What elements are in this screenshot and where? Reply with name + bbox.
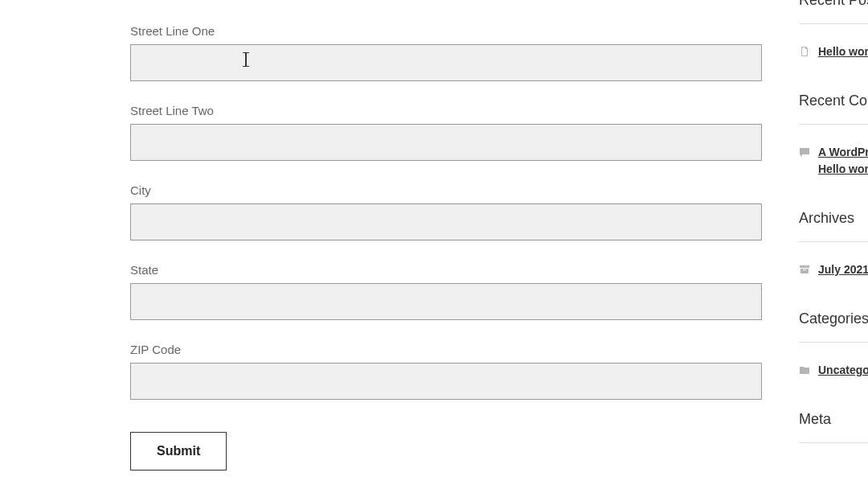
street-line-two-field: Street Line Two (130, 104, 762, 161)
archives-list: July 2021 (799, 261, 868, 278)
street-line-two-input[interactable] (130, 124, 762, 161)
document-icon (799, 46, 810, 57)
recent-comments-title: Recent Comments (799, 92, 868, 125)
state-label: State (130, 263, 762, 277)
street-line-one-field: Street Line One (130, 24, 762, 81)
state-input[interactable] (130, 283, 762, 320)
city-input[interactable] (130, 203, 762, 240)
submit-button[interactable]: Submit (130, 432, 227, 471)
archive-icon (799, 264, 810, 275)
list-item: July 2021 (799, 261, 868, 278)
zip-field: ZIP Code (130, 343, 762, 400)
comment-icon (799, 146, 810, 158)
meta-widget: Meta (799, 411, 868, 443)
recent-comment-link[interactable]: A WordPress Commenter on Hello world! (818, 144, 868, 178)
meta-title: Meta (799, 411, 868, 443)
sidebar: Recent Posts Hello world! Recent Comment… (799, 0, 868, 475)
categories-list: Uncategorized (799, 362, 868, 379)
city-field: City (130, 183, 762, 240)
city-label: City (130, 183, 762, 197)
zip-input[interactable] (130, 363, 762, 400)
address-form: Street Line One Street Line Two City Sta… (130, 24, 762, 471)
archives-title: Archives (799, 210, 868, 242)
category-link[interactable]: Uncategorized (818, 362, 868, 379)
recent-post-link[interactable]: Hello world! (818, 43, 868, 60)
archives-widget: Archives July 2021 (799, 210, 868, 278)
street-line-one-label: Street Line One (130, 24, 762, 38)
list-item: A WordPress Commenter on Hello world! (799, 144, 868, 178)
archive-link[interactable]: July 2021 (818, 261, 868, 278)
recent-comments-list: A WordPress Commenter on Hello world! (799, 144, 868, 178)
list-item: Uncategorized (799, 362, 868, 379)
recent-posts-title: Recent Posts (799, 0, 868, 24)
recent-posts-list: Hello world! (799, 43, 868, 60)
street-line-one-input[interactable] (130, 44, 762, 81)
list-item: Hello world! (799, 43, 868, 60)
street-line-two-label: Street Line Two (130, 104, 762, 117)
state-field: State (130, 263, 762, 320)
categories-widget: Categories Uncategorized (799, 310, 868, 379)
recent-comments-widget: Recent Comments A WordPress Commenter on… (799, 92, 868, 178)
folder-icon (799, 364, 810, 376)
recent-posts-widget: Recent Posts Hello world! (799, 0, 868, 60)
zip-label: ZIP Code (130, 343, 762, 356)
categories-title: Categories (799, 310, 868, 343)
